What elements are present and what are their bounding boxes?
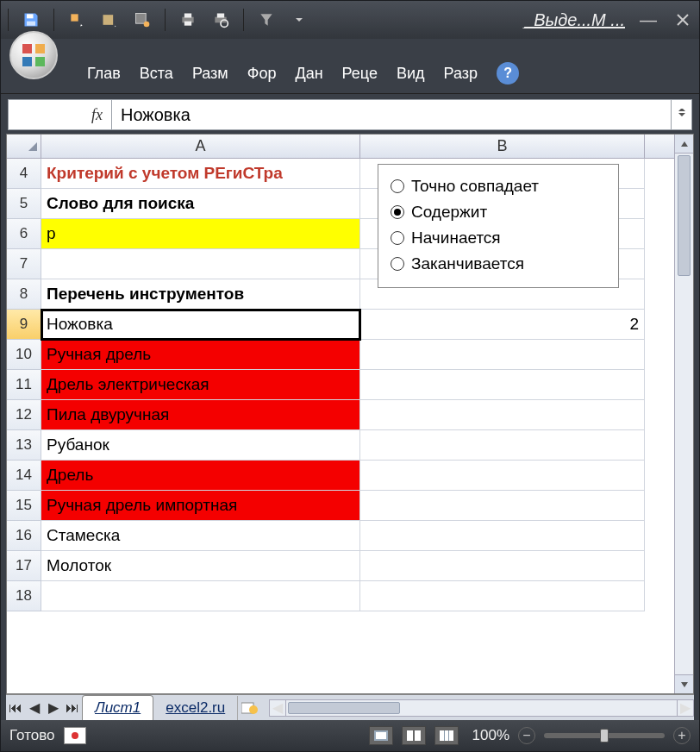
tool-icon-1[interactable] (65, 8, 89, 32)
tool-icon-2[interactable] (97, 8, 122, 32)
cell-a15[interactable]: Ручная дрель импортная (41, 491, 360, 521)
column-header-b[interactable]: B (360, 135, 645, 158)
tab-insert[interactable]: Вста (131, 56, 182, 93)
sheet-nav-first-icon[interactable]: ⏮ (6, 699, 25, 718)
macro-record-icon[interactable] (64, 727, 86, 744)
save-icon[interactable] (19, 8, 43, 32)
row-header[interactable]: 5 (7, 189, 41, 219)
cell-b12[interactable] (360, 400, 645, 430)
row-header[interactable]: 9 (7, 310, 41, 340)
cell-a16[interactable]: Стамеска (41, 521, 360, 551)
row-header[interactable]: 6 (7, 219, 41, 249)
office-button[interactable] (9, 31, 58, 79)
option-exact-label: Точно совпадает (411, 177, 539, 196)
office-logo-icon (20, 41, 47, 69)
hscroll-thumb[interactable] (288, 702, 400, 714)
cell-a6[interactable]: р (41, 219, 360, 249)
tab-review[interactable]: Реце (334, 56, 386, 93)
fx-label[interactable]: fx (9, 100, 112, 129)
new-sheet-button[interactable] (238, 701, 262, 715)
scroll-down-icon[interactable] (675, 674, 693, 693)
view-page-layout-icon[interactable] (402, 726, 426, 745)
tool-icon-4[interactable] (254, 8, 278, 32)
cell-b16[interactable] (360, 521, 645, 551)
scroll-right-icon[interactable]: ▶ (677, 699, 694, 717)
minimize-button[interactable]: — (637, 9, 659, 31)
tab-layout[interactable]: Разм (184, 56, 237, 93)
sheet-nav-prev-icon[interactable]: ◀ (25, 699, 44, 718)
row-header[interactable]: 15 (7, 491, 41, 521)
cell-a13[interactable]: Рубанок (41, 430, 360, 461)
cell-a5[interactable]: Слово для поиска (41, 189, 360, 219)
zoom-in-button[interactable]: + (673, 727, 691, 744)
cell-b9[interactable]: 2 (360, 310, 645, 340)
option-ends[interactable]: Заканчивается (391, 251, 606, 277)
cell-b10[interactable] (360, 340, 645, 370)
vertical-scrollbar[interactable] (674, 135, 693, 693)
view-page-break-icon[interactable] (434, 726, 459, 745)
option-exact[interactable]: Точно совпадает (391, 173, 606, 199)
option-contains[interactable]: Содержит (391, 199, 606, 225)
cell-a7[interactable] (41, 249, 360, 279)
tab-data[interactable]: Дан (286, 56, 331, 93)
zoom-thumb[interactable] (600, 729, 609, 743)
cell-a14[interactable]: Дрель (41, 461, 360, 491)
select-all-button[interactable] (7, 135, 41, 158)
row-header[interactable]: 8 (7, 279, 41, 310)
cell-a9[interactable]: Ножовка (41, 310, 360, 340)
cell-a11[interactable]: Дрель электрическая (41, 370, 360, 400)
row-header[interactable]: 16 (7, 521, 41, 551)
zoom-out-button[interactable]: − (518, 727, 535, 744)
tool-icon-3[interactable] (130, 8, 154, 32)
cell-a17[interactable]: Молоток (41, 551, 360, 581)
cell-b11[interactable] (360, 370, 645, 400)
row-header[interactable]: 7 (7, 249, 41, 279)
horizontal-scrollbar[interactable]: ◀ ▶ (269, 699, 694, 717)
print-preview-icon[interactable] (209, 8, 233, 32)
row-header[interactable]: 13 (7, 430, 41, 461)
sheet-nav-next-icon[interactable]: ▶ (44, 699, 63, 718)
cell-b13[interactable] (360, 430, 645, 461)
zoom-label[interactable]: 100% (472, 727, 509, 744)
row-header[interactable]: 11 (7, 370, 41, 400)
row-header[interactable]: 4 (7, 159, 41, 189)
status-ready: Готово (9, 727, 55, 744)
sheet-tab-second[interactable]: excel2.ru (153, 696, 238, 720)
cell-a18[interactable] (41, 581, 360, 611)
formula-input[interactable]: Ножовка (112, 105, 671, 125)
option-contains-label: Содержит (411, 203, 487, 222)
cell-b14[interactable] (360, 461, 645, 491)
cell-b15[interactable] (360, 491, 645, 521)
tab-formulas[interactable]: Фор (239, 56, 285, 93)
cell-a12[interactable]: Пила двуручная (41, 400, 360, 430)
qat-dropdown-icon[interactable] (287, 8, 311, 32)
svg-rect-1 (27, 22, 35, 26)
row-header[interactable]: 12 (7, 400, 41, 430)
cell-b17[interactable] (360, 551, 645, 581)
tab-developer[interactable]: Разр (435, 56, 486, 93)
close-button[interactable] (672, 9, 694, 31)
sheet-tab-active[interactable]: Лист1 (82, 695, 153, 720)
sheet-nav-last-icon[interactable]: ⏭ (63, 699, 82, 718)
cell-a8[interactable]: Перечень инструментов (41, 279, 360, 310)
row-header[interactable]: 17 (7, 551, 41, 581)
row-header[interactable]: 10 (7, 340, 41, 370)
scroll-left-icon[interactable]: ◀ (269, 699, 286, 717)
column-header-a[interactable]: A (41, 135, 360, 158)
zoom-slider[interactable] (544, 733, 665, 738)
view-normal-icon[interactable] (369, 726, 393, 745)
option-ends-label: Заканчивается (411, 254, 524, 273)
help-button[interactable]: ? (497, 62, 519, 85)
formula-expand-button[interactable] (671, 100, 691, 129)
option-starts[interactable]: Начинается (391, 225, 606, 251)
row-header[interactable]: 18 (7, 581, 41, 611)
cell-a4[interactable]: Критерий с учетом РЕгиСТра (41, 159, 360, 189)
cell-a10[interactable]: Ручная дрель (41, 340, 360, 370)
scroll-up-icon[interactable] (675, 135, 693, 154)
tab-home[interactable]: Глав (78, 56, 129, 93)
cell-b18[interactable] (360, 581, 645, 611)
tab-view[interactable]: Вид (388, 56, 434, 93)
print-icon[interactable] (176, 8, 200, 32)
scroll-thumb[interactable] (678, 155, 691, 276)
row-header[interactable]: 14 (7, 461, 41, 491)
